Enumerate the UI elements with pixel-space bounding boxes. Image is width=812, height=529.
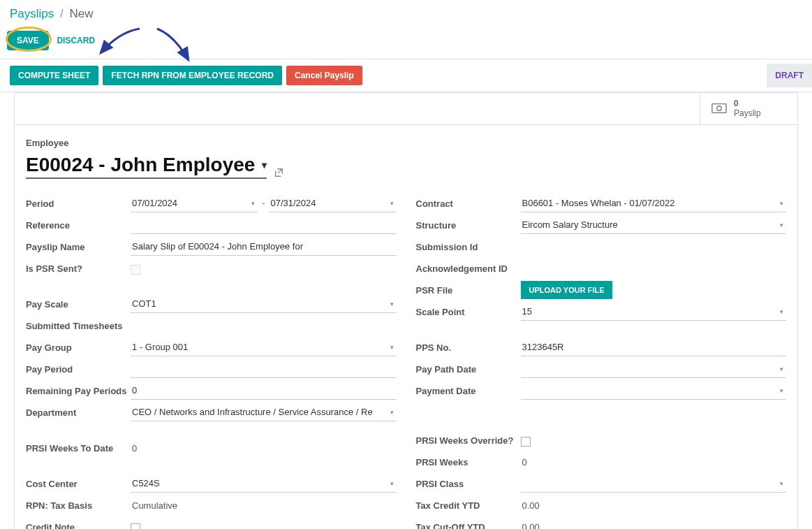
reference-input[interactable] [131,216,397,234]
stat-label: Payslip [734,108,761,118]
pay-path-date-input[interactable] [521,360,787,378]
annotation-arrow-1 [91,25,147,60]
payslip-name-label: Payslip Name [26,238,131,252]
structure-label: Structure [416,216,521,231]
tax-cutoff-ytd-value: 0.00 [521,518,787,529]
scale-point-select[interactable] [521,303,787,321]
reference-label: Reference [26,216,131,231]
pay-scale-label: Pay Scale [26,295,131,310]
is-psr-sent-checkbox[interactable] [131,265,140,275]
stat-count: 0 [734,99,761,108]
pps-no-label: PPS No. [416,338,521,353]
department-label: Department [26,403,131,418]
status-badge: DRAFT [767,64,812,87]
payslip-name-input[interactable] [131,238,397,256]
prsi-weeks-override-checkbox[interactable] [521,437,531,447]
svg-point-1 [717,106,721,110]
money-icon [711,103,727,114]
pay-group-label: Pay Group [26,338,131,353]
tax-credit-ytd-value: 0.00 [521,496,787,515]
action-bar: COMPUTE SHEET FETCH RPN FROM EMPLOYEE RE… [0,59,812,92]
prsi-weeks-to-date-label: PRSI Weeks To Date [26,439,131,454]
employee-select[interactable]: E00024 - John Employee ▾ [26,154,267,179]
discard-button[interactable]: DISCARD [57,36,95,45]
structure-select[interactable] [521,216,787,234]
fetch-rpn-button[interactable]: FETCH RPN FROM EMPLOYEE RECORD [103,66,282,85]
remaining-pay-periods-label: Remaining Pay Periods [26,382,131,396]
prsi-class-select[interactable] [521,474,787,493]
prsi-weeks-override-label: PRSI Weeks Override? [416,431,521,446]
period-from-input[interactable] [131,194,258,212]
remaining-pay-periods-input[interactable] [131,382,397,400]
cancel-payslip-button[interactable]: Cancel Payslip [286,66,362,85]
payment-date-input[interactable] [521,382,787,400]
tax-cutoff-ytd-label: Tax Cut-Off YTD [416,518,521,529]
cost-center-label: Cost Center [26,474,131,489]
tax-credit-ytd-label: Tax Credit YTD [416,496,521,511]
pay-period-input[interactable] [131,360,397,378]
rpn-tax-basis-label: RPN: Tax Basis [26,496,131,511]
employee-value: E00024 - John Employee [26,154,255,176]
credit-note-checkbox[interactable] [131,523,140,529]
pay-path-date-label: Pay Path Date [416,360,521,375]
stat-buttons-row: 0 Payslip [15,93,797,125]
prsi-weeks-label: PRSI Weeks [416,453,521,468]
psr-file-label: PSR File [416,281,521,296]
left-column: Period ▾ - ▾ [26,194,397,529]
compute-sheet-button[interactable]: COMPUTE SHEET [10,66,98,85]
breadcrumb: Payslips / New [0,0,812,28]
scale-point-label: Scale Point [416,303,521,317]
rpn-tax-basis-value: Cumulative [131,496,397,515]
period-separator: - [260,198,266,208]
submission-id-label: Submission Id [416,238,521,252]
pay-period-label: Pay Period [26,360,131,375]
svg-rect-0 [712,104,726,113]
employee-label: Employee [26,138,786,148]
prsi-weeks-value: 0 [521,453,787,472]
stat-payslip-button[interactable]: 0 Payslip [700,93,797,124]
breadcrumb-separator: / [60,7,64,20]
period-to-input[interactable] [269,194,396,212]
save-discard-row: SAVE DISCARD [0,28,812,59]
prsi-class-label: PRSI Class [416,474,521,489]
credit-note-label: Credit Note [26,518,131,529]
external-link-icon[interactable] [274,168,283,180]
payment-date-label: Payment Date [416,382,521,396]
cost-center-select[interactable] [131,474,397,493]
period-label: Period [26,194,131,209]
acknowledgement-id-label: Acknowledgement ID [416,259,521,274]
caret-down-icon: ▾ [262,159,267,171]
contract-select[interactable] [521,194,787,212]
right-column: Contract ▾ Structure ▾ [416,194,787,529]
contract-label: Contract [416,194,521,209]
form-sheet: 0 Payslip Employee E00024 - John Employe… [14,92,798,529]
department-select[interactable] [131,403,397,421]
pps-no-input[interactable] [521,338,787,356]
breadcrumb-current: New [70,7,94,20]
submitted-timesheets-label: Submitted Timesheets [26,317,131,331]
upload-file-button[interactable]: UPLOAD YOUR FILE [521,281,613,299]
is-psr-sent-label: Is PSR Sent? [26,259,131,274]
prsi-weeks-to-date-value: 0 [131,439,397,458]
save-button[interactable]: SAVE [7,31,49,50]
pay-group-select[interactable] [131,338,397,356]
pay-scale-select[interactable] [131,295,397,313]
breadcrumb-root[interactable]: Payslips [10,7,54,20]
